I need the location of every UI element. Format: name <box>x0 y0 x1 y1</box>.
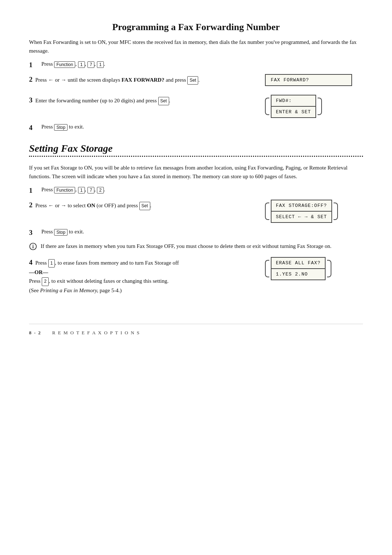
step2-right: FAX FORWARD? <box>265 74 363 89</box>
screen-fwd-bot: ENTER & SET <box>271 107 316 118</box>
s2-step3-content: Press Stop to exit. <box>41 229 84 236</box>
s2-step1-number: 1 <box>29 187 40 195</box>
step4-number: 4 <box>29 124 40 132</box>
arrow-left-2: ← <box>48 203 54 208</box>
s2-step4: 4 Press 1, to erase faxes from memory an… <box>29 257 363 295</box>
arrow-left-1: ← <box>48 77 54 83</box>
step4: 4 Press Stop to exit. <box>29 124 363 132</box>
s2-step1: 1 Press Function, 1, 7, 2. <box>29 187 363 195</box>
step3-number: 3 <box>29 96 33 104</box>
step2-number: 2 <box>29 76 33 83</box>
footer-text: R E M O T E F A X O P T I O N S <box>52 330 140 336</box>
key-1d: 1 <box>48 259 55 268</box>
s2-step2-left: 2 Press ← or → to select ON (or OFF) and… <box>29 200 265 211</box>
page-number: 8 - 2 <box>29 330 41 336</box>
section1-intro: When Fax Forwarding is set to ON, your M… <box>29 38 363 55</box>
s2-step2-right: FAX STORAGE:OFF? SELECT ← → & SET <box>265 200 363 223</box>
s2-step2: 2 Press ← or → to select ON (or OFF) and… <box>29 200 363 223</box>
section-programming-fax: Programming a Fax Forwarding Number When… <box>29 22 363 132</box>
step3-left: 3 Enter the forwarding number (up to 20 … <box>29 95 265 106</box>
step2-left: 2 Press ← or → until the screen displays… <box>29 74 265 85</box>
key-function-2: Function <box>54 187 75 193</box>
s2-step4-number: 4 <box>29 258 33 266</box>
step1-content: Press Function, 1, 7, 1. <box>41 61 105 68</box>
step2: 2 Press ← or → until the screen displays… <box>29 74 363 89</box>
s2-step1-content: Press Function, 1, 7, 2. <box>41 187 105 193</box>
key-1b: 1 <box>97 61 104 68</box>
step3: 3 Enter the forwarding number (up to 20 … <box>29 95 363 118</box>
screen-fax-storage-pair: FAX STORAGE:OFF? SELECT ← → & SET <box>265 200 338 223</box>
arrow-right-2: → <box>61 203 66 208</box>
key-stop-2: Stop <box>54 229 68 236</box>
screen-fwd-top: FWD#: <box>271 95 316 107</box>
s2-step3: 3 Press Stop to exit. <box>29 229 363 237</box>
step1: 1 Press Function, 1, 7, 1. <box>29 61 363 69</box>
screen-erase-top: ERASE ALL FAX? <box>271 257 326 269</box>
key-1a: 1 <box>78 61 85 68</box>
key-2a: 2 <box>97 187 104 193</box>
key-2b: 2 <box>42 277 49 286</box>
key-stop-1: Stop <box>54 124 68 131</box>
s2-step4-left: 4 Press 1, to erase faxes from memory an… <box>29 257 265 295</box>
or-line: —OR— <box>29 269 48 275</box>
section2-intro: If you set Fax Storage to ON, you will b… <box>29 163 363 181</box>
key-function: Function <box>54 61 75 68</box>
screen-erase-pair: ERASE ALL FAX? 1.YES 2.NO <box>265 257 331 280</box>
note-text: If there are faxes in memory when you tu… <box>41 242 363 250</box>
key-7a: 7 <box>87 61 94 68</box>
section-rule <box>29 156 363 157</box>
screen-fwd-pair: FWD#: ENTER & SET <box>265 95 322 118</box>
key-1c: 1 <box>78 187 85 193</box>
page-footer: 8 - 2 R E M O T E F A X O P T I O N S <box>29 324 363 336</box>
arrow-right-1: → <box>61 77 66 83</box>
note-block: If there are faxes in memory when you tu… <box>29 242 363 250</box>
s2-step4-right: ERASE ALL FAX? 1.YES 2.NO <box>265 257 363 280</box>
screen-storage-top: FAX STORAGE:OFF? <box>271 200 332 212</box>
section2-title: Setting Fax Storage <box>29 143 363 154</box>
step1-number: 1 <box>29 61 40 69</box>
step4-content: Press Stop to exit. <box>41 124 84 131</box>
s2-step3-number: 3 <box>29 229 40 237</box>
key-set-3: Set <box>139 202 150 210</box>
key-set-1: Set <box>187 76 198 85</box>
section-fax-storage: Setting Fax Storage If you set Fax Stora… <box>29 143 363 295</box>
screen-erase-bot: 1.YES 2.NO <box>271 269 326 280</box>
screen-storage-bot: SELECT ← → & SET <box>271 212 332 223</box>
s2-step2-number: 2 <box>29 201 33 209</box>
note-icon <box>29 242 37 250</box>
step3-right: FWD#: ENTER & SET <box>265 95 363 118</box>
key-set-2: Set <box>158 97 169 105</box>
ref-italic: Printing a Fax in Memory, <box>40 287 98 293</box>
screen-fax-forward: FAX FORWARD? <box>265 74 352 86</box>
section1-title: Programming a Fax Forwarding Number <box>29 22 363 33</box>
key-7b: 7 <box>87 187 94 193</box>
